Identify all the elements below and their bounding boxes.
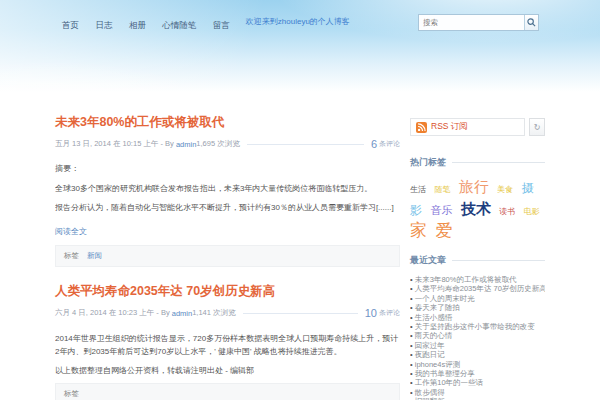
tag-cloud-item[interactable]: 随笔 — [434, 185, 450, 194]
tag-cloud-item[interactable]: 电影 — [524, 207, 540, 216]
recent-posts-title: 最近文章 — [410, 254, 446, 267]
tag-cloud-item[interactable]: 技术 — [461, 200, 491, 217]
post-2: 人类平均寿命2035年达 70岁创历史新高 六月 4 日, 2014 在 10:… — [55, 283, 400, 400]
search-box — [418, 14, 539, 31]
meta-divider-line — [243, 313, 358, 314]
post-1-comments-count[interactable]: 6 — [371, 138, 377, 150]
recent-post-link[interactable]: 生活小感悟 — [410, 313, 545, 322]
tag-cloud-item[interactable]: 家 — [410, 221, 427, 240]
top-navigation: 首页 日志 相册 心情随笔 留言 欢迎来到zhouleyu的个人博客 — [62, 14, 350, 32]
post-1-comments-label: 条评论 — [379, 139, 400, 149]
recent-post-link[interactable]: 雨天的心情 — [410, 331, 545, 340]
tag-cloud-item[interactable]: 美食 — [497, 185, 513, 194]
meta-divider-line — [247, 144, 364, 145]
recent-post-link[interactable]: 回家过年 — [410, 341, 545, 350]
recent-post-link[interactable]: 我的书单整理分享 — [410, 369, 545, 378]
nav-item-blog[interactable]: 日志 — [95, 20, 112, 30]
post-2-paragraph-1: 2014年世界卫生组织的统计报告显示，720多万份样本数据表明全球人口预期寿命持… — [55, 332, 400, 358]
post-1-paragraph-1: 全球30多个国家的研究机构联合发布报告指出，未来3年内大量传统岗位将面临转型压力… — [55, 182, 400, 195]
tags-section-title: 热门标签 — [410, 156, 446, 169]
rss-label: RSS 订阅 — [431, 121, 468, 133]
post-1-tagbox: 标签 新闻 — [55, 245, 400, 267]
post-2-meta: 六月 4 日, 2014 在 10:23 上午 - By admin 1,141… — [55, 307, 400, 319]
post-2-date: 六月 4 日, 2014 在 10:23 上午 - By — [55, 308, 170, 318]
post-2-tagbox: 标签 — [55, 383, 400, 400]
nav-item-mood[interactable]: 心情随笔 — [162, 20, 196, 30]
posts-column: 未来3年80%的工作或将被取代 五月 13 日, 2014 在 10:15 上午… — [55, 114, 400, 400]
tag-cloud-item[interactable]: 音乐 — [430, 204, 452, 216]
main-nav: 首页 日志 相册 心情随笔 留言 — [62, 14, 242, 32]
post-2-views: 1,141 次浏览 — [192, 308, 235, 318]
post-2-comments-count[interactable]: 10 — [365, 307, 377, 319]
post-1-read-more-link[interactable]: 阅读全文 — [55, 226, 87, 237]
search-icon — [527, 18, 536, 27]
post-1-tag-label: 标签 — [64, 251, 79, 260]
nav-item-album[interactable]: 相册 — [129, 20, 146, 30]
recent-post-link[interactable]: 未来3年80%的工作或将被取代 — [410, 275, 545, 284]
post-2-title[interactable]: 人类平均寿命2035年达 70岁创历史新高 — [55, 283, 400, 300]
recent-post-link[interactable]: 春天来了随拍 — [410, 303, 545, 312]
recent-post-link[interactable]: 关于坚持跑步这件小事带给我的改变 — [410, 322, 545, 331]
post-1-lead: 摘要： — [55, 163, 400, 174]
search-input[interactable] — [419, 18, 524, 27]
rss-subscribe-box[interactable]: RSS 订阅 — [410, 118, 525, 136]
rss-widget: RSS 订阅 ↻ — [410, 118, 545, 136]
tag-cloud-item[interactable]: 生活 — [410, 185, 426, 194]
recent-post-link[interactable]: 夜跑日记 — [410, 350, 545, 359]
site-header: 首页 日志 相册 心情随笔 留言 欢迎来到zhouleyu的个人博客 — [0, 0, 600, 100]
post-2-comments-label: 条评论 — [379, 308, 400, 318]
recent-post-link[interactable]: iphone4s评测 — [410, 360, 545, 369]
post-2-author-link[interactable]: admin — [172, 309, 192, 318]
nav-item-home[interactable]: 首页 — [62, 20, 79, 30]
tag-cloud: 生活 随笔 旅行 美食 摄影 音乐 技术 读书 电影 家 爱 — [410, 177, 545, 240]
post-1-paragraph-2: 报告分析认为，随着自动化与智能化水平不断提升，预计约有30％的从业人员需要重新学… — [55, 201, 400, 214]
post-1-author-link[interactable]: admin — [176, 140, 196, 149]
tags-section-heading: 热门标签 — [410, 156, 545, 169]
tag-cloud-item[interactable]: 旅行 — [459, 178, 489, 195]
rss-subscribe-button[interactable]: ↻ — [529, 118, 545, 136]
welcome-text: 欢迎来到zhouleyu的个人博客 — [246, 16, 350, 27]
post-1: 未来3年80%的工作或将被取代 五月 13 日, 2014 在 10:15 上午… — [55, 114, 400, 267]
recent-posts-list: 未来3年80%的工作或将被取代 人类平均寿命2035年达 70岁创历史新高 一个… — [410, 275, 545, 400]
post-1-meta: 五月 13 日, 2014 在 10:15 上午 - By admin 1,69… — [55, 138, 400, 150]
post-1-date: 五月 13 日, 2014 在 10:15 上午 - By — [55, 139, 174, 149]
post-2-paragraph-2: 以上数据整理自网络公开资料，转载请注明出处 - 编辑部 — [55, 364, 400, 377]
post-2-tag-label: 标签 — [64, 389, 79, 398]
recent-post-link[interactable]: 一个人的周末时光 — [410, 294, 545, 303]
tag-cloud-item[interactable]: 爱 — [435, 221, 452, 240]
search-button[interactable] — [524, 15, 538, 30]
tag-cloud-item[interactable]: 读书 — [499, 207, 515, 216]
rss-icon — [416, 122, 427, 133]
recent-post-link[interactable]: 散步偶得 — [410, 388, 545, 397]
post-1-views: 1,695 次浏览 — [196, 139, 239, 149]
recent-post-link[interactable]: 人类平均寿命2035年达 70岁创历史新高 — [410, 284, 545, 293]
post-1-title[interactable]: 未来3年80%的工作或将被取代 — [55, 114, 400, 131]
recent-posts-heading: 最近文章 — [410, 254, 545, 267]
post-1-tag-link[interactable]: 新闻 — [87, 251, 102, 260]
recent-post-link[interactable]: 工作第10年的一些话 — [410, 378, 545, 387]
page-content: 未来3年80%的工作或将被取代 五月 13 日, 2014 在 10:15 上午… — [55, 100, 545, 400]
sidebar: RSS 订阅 ↻ 热门标签 生活 随笔 旅行 美食 摄影 音乐 技术 读书 电影… — [410, 114, 545, 400]
nav-item-guestbook[interactable]: 留言 — [213, 20, 230, 30]
